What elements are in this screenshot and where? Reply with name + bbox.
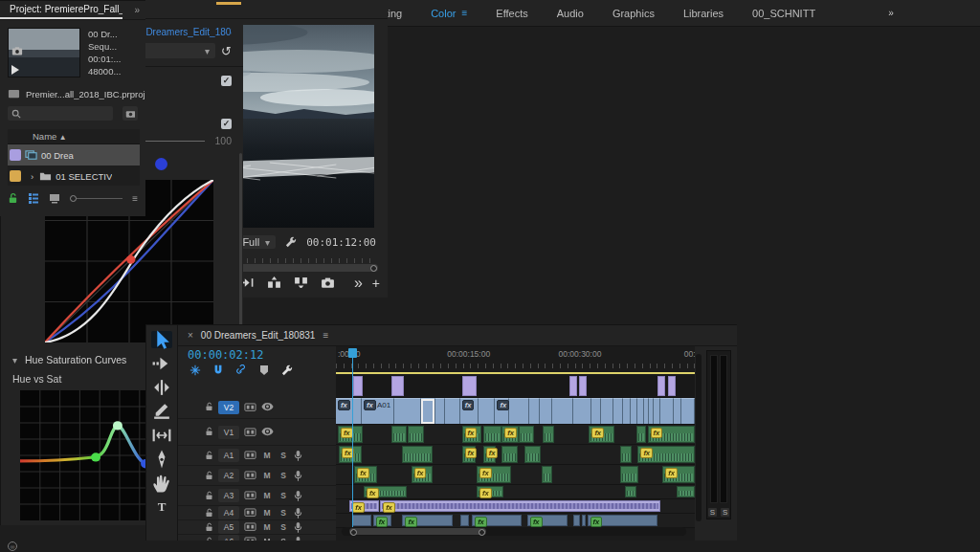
track-lock-icon[interactable] [205, 451, 213, 461]
timeline-clip[interactable] [552, 398, 573, 424]
scrollbar-handle-right[interactable] [479, 529, 485, 536]
timeline-clip[interactable]: fx [483, 446, 496, 463]
workspace-tab-00-schnitt[interactable]: 00_SCHNITT [739, 4, 829, 23]
timeline-clip[interactable] [573, 515, 580, 526]
timeline-clip[interactable] [591, 398, 600, 424]
workspace-tab-audio[interactable]: Audio [544, 4, 597, 23]
list-item-01-selectiv[interactable]: ›01 SELECTIV [8, 166, 140, 187]
timeline-clip[interactable]: fx [338, 426, 363, 443]
timeline-clip[interactable]: fx [373, 515, 391, 526]
timeline-playhead[interactable] [352, 356, 353, 527]
thumbnail-zoom-slider[interactable] [70, 198, 122, 199]
workspace-tab-graphics[interactable]: Graphics [599, 4, 668, 23]
timeline-clip[interactable] [631, 398, 638, 424]
timeline-clip[interactable] [582, 515, 586, 526]
list-item-00-drea[interactable]: 00 Drea [8, 144, 140, 166]
track-target-a1[interactable]: A1 [218, 449, 239, 462]
project-file-row[interactable]: Premier...all_2018_IBC.prproj [8, 89, 145, 99]
lift-button[interactable] [267, 276, 281, 289]
timeline-clip[interactable] [501, 446, 518, 463]
status-link-icon[interactable]: ∞ [8, 541, 17, 551]
timeline-clip[interactable]: fx [588, 515, 657, 526]
timeline-clip[interactable] [674, 398, 681, 424]
timeline-clip[interactable] [569, 376, 577, 396]
timeline-clip[interactable] [668, 376, 676, 396]
blue-channel-dot[interactable] [155, 158, 167, 170]
solo-button[interactable]: S [278, 508, 289, 518]
panel-menu-icon[interactable]: ≡ [323, 330, 328, 341]
selection-tool[interactable] [151, 331, 172, 348]
label-color-swatch[interactable] [10, 149, 21, 161]
preview-thumbnail[interactable] [8, 28, 80, 77]
mute-button[interactable]: M [261, 522, 273, 532]
timeline-clip[interactable] [479, 398, 496, 424]
mute-button[interactable]: M [261, 451, 273, 460]
timeline-clip[interactable] [573, 398, 591, 424]
track-lock-icon[interactable] [205, 522, 213, 533]
voiceover-record-mic-icon[interactable] [294, 507, 302, 519]
track-lock-icon[interactable] [205, 491, 213, 501]
pen-tool[interactable] [151, 451, 172, 468]
razor-tool[interactable] [151, 403, 172, 420]
project-overflow-icon[interactable]: » [128, 5, 145, 15]
linked-selection-icon[interactable] [235, 364, 247, 376]
snap-magnet-icon[interactable] [212, 364, 224, 376]
time-ruler[interactable]: :00:0000:00:15:0000:00:30:0000: [336, 346, 695, 371]
timeline-clip[interactable] [620, 446, 632, 463]
toggle-track-output-eye-icon[interactable] [261, 428, 274, 435]
program-settings-wrench-icon[interactable] [285, 236, 297, 248]
timeline-clip[interactable] [524, 446, 541, 463]
source-patch-icon[interactable] [244, 428, 256, 436]
timeline-clip[interactable] [421, 398, 435, 424]
timeline-clip[interactable]: fx [648, 426, 696, 443]
timeline-clip[interactable]: fx [380, 500, 660, 512]
sequence-link[interactable]: 00 Dreamers_Edit_180831... [133, 27, 233, 37]
curves-enabled-checkbox[interactable]: ✓ [221, 76, 232, 86]
timeline-settings-wrench-icon[interactable] [281, 364, 293, 376]
track-lock-icon[interactable] [205, 508, 213, 519]
source-patch-icon[interactable] [244, 522, 256, 531]
track-lock-icon[interactable] [205, 471, 213, 481]
timeline-clip[interactable]: fx [402, 515, 453, 526]
workspace-menu-icon[interactable]: ≡ [461, 8, 467, 18]
workspace-tab-effects[interactable]: Effects [482, 4, 541, 23]
timeline-clip[interactable] [623, 398, 631, 424]
track-target-a4[interactable]: A4 [218, 506, 239, 519]
timeline-clip[interactable] [402, 446, 433, 463]
mute-button[interactable]: M [261, 471, 273, 480]
timeline-clip[interactable]: fx [336, 398, 362, 424]
timeline-clip[interactable]: fx [364, 486, 407, 497]
timeline-clip[interactable]: fx [527, 515, 568, 526]
timeline-clip[interactable]: fx [477, 486, 503, 497]
source-patch-icon[interactable] [244, 508, 256, 517]
search-input[interactable] [8, 106, 113, 121]
timeline-clip[interactable] [483, 426, 501, 443]
timeline-clip[interactable]: fx [472, 515, 522, 526]
extract-button[interactable] [294, 276, 308, 289]
nest-toggle-icon[interactable] [189, 364, 201, 376]
timeline-clip[interactable] [353, 376, 363, 396]
scrollbar-handle[interactable] [349, 528, 486, 535]
track-target-a5[interactable]: A5 [218, 520, 239, 534]
timeline-clip[interactable]: fx [339, 446, 362, 463]
preview-play-icon[interactable] [11, 65, 19, 75]
timeline-clip[interactable] [352, 515, 371, 526]
source-patch-icon[interactable] [244, 471, 256, 479]
timeline-clip[interactable] [529, 398, 541, 424]
footer-menu-icon[interactable]: ≡ [132, 193, 138, 204]
timeline-clip[interactable]: fx [477, 466, 511, 483]
solo-button[interactable]: S [278, 522, 289, 532]
timeline-clip[interactable] [391, 376, 405, 396]
meter-solo-button[interactable]: S [708, 508, 717, 517]
track-target-v2[interactable]: V2 [218, 401, 239, 414]
timeline-clip[interactable] [460, 515, 470, 526]
slip-tool[interactable] [151, 427, 172, 444]
timeline-clip[interactable] [408, 426, 424, 443]
timeline-clip[interactable] [391, 426, 408, 443]
reset-effect-icon[interactable]: ↺ [221, 44, 232, 58]
list-view-icon[interactable] [28, 192, 39, 204]
timeline-clip[interactable] [636, 426, 646, 443]
timeline-clip[interactable] [543, 426, 554, 443]
timeline-clip[interactable] [445, 398, 460, 424]
track-lock-icon[interactable] [205, 402, 213, 412]
